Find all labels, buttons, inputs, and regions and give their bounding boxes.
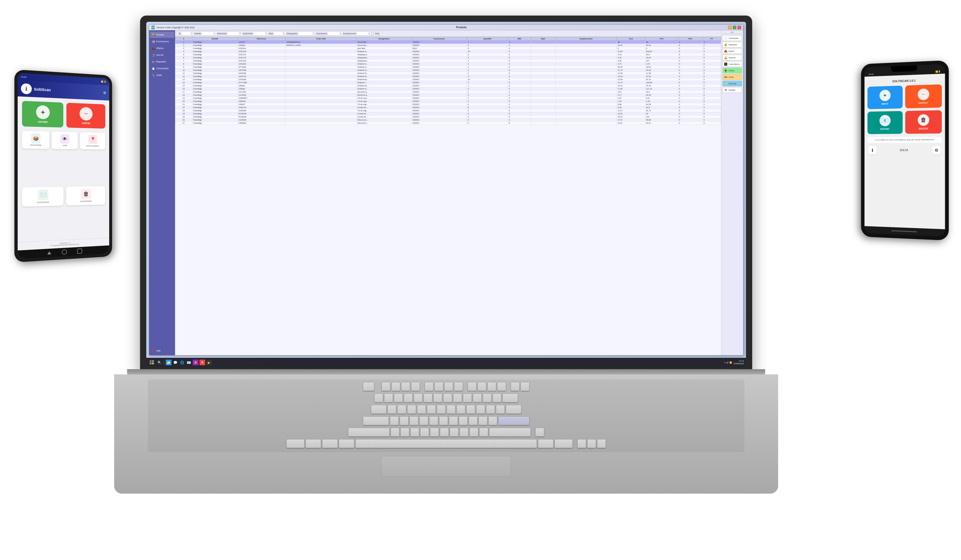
key-period[interactable] — [469, 428, 478, 436]
phone-recent-button[interactable] — [77, 249, 82, 254]
famille-input[interactable] — [202, 33, 213, 34]
key-5[interactable] — [424, 393, 432, 403]
key-alt-l[interactable] — [339, 439, 354, 448]
key-4[interactable] — [414, 393, 423, 403]
table-row[interactable]: 1Chauffage101a473435k8009P2ksEnsemble...… — [175, 41, 721, 44]
sidebar-item-produits[interactable]: 📦 Produits — [150, 32, 174, 38]
designation-input[interactable] — [299, 33, 312, 34]
key-rshift[interactable] — [489, 428, 531, 436]
total-checkbox[interactable] — [371, 32, 374, 35]
search-taskbar[interactable]: 🔍 — [157, 359, 162, 365]
key-q[interactable] — [387, 405, 396, 414]
key-c[interactable] — [410, 428, 419, 436]
iphone-input-button[interactable]: + INPUT — [867, 85, 903, 109]
table-row[interactable]: 15Chauffage1kkbkbRobinet ko...CEDEO1015.… — [175, 84, 721, 87]
key-f11[interactable] — [487, 382, 496, 391]
table-row[interactable]: 27Chauffage1383284Raccord d...CEDEO0044.… — [175, 122, 721, 125]
alarmes-button[interactable]: 🔔 Alarmes — [722, 55, 742, 60]
key-r[interactable] — [417, 405, 426, 414]
table-row[interactable]: 24ChauffageR145334Coude de ...CEDEO0010.… — [175, 112, 721, 116]
iphone-promo[interactable]: CLICK HERE TO VISIT OUR WEBSITE AND GET … — [867, 136, 942, 143]
sidebar-item-outils[interactable]: 🔧 Outils — [150, 72, 174, 78]
phone-location-button[interactable]: 📍 EMPLACEMENT — [80, 132, 105, 149]
key-2[interactable] — [394, 393, 403, 403]
key-8[interactable] — [453, 393, 462, 403]
key-f4[interactable] — [411, 382, 420, 391]
key-6[interactable] — [434, 393, 442, 403]
key-w[interactable] — [397, 405, 406, 414]
key-v[interactable] — [420, 428, 429, 436]
sidebar-item-fournisseurs[interactable]: 🏭 Fournisseurs — [150, 39, 174, 45]
table-row[interactable]: 12Chauffage1097312Robinet th...CEDEO3019… — [175, 75, 721, 78]
emplacement-input[interactable] — [357, 33, 368, 34]
key-i[interactable] — [456, 405, 465, 414]
phone-delete-button[interactable]: 🗑 SUPPRIMEE — [66, 186, 105, 205]
key-f[interactable] — [419, 416, 428, 425]
table-row[interactable]: 6Chauffage1037175Adaptopho...CEDEO305.15… — [175, 56, 721, 59]
phone-sortie-button[interactable]: − SORTIE — [66, 103, 105, 128]
table-row[interactable]: 17Chauffage1071333Bouchon p...CEDEO2014.… — [175, 90, 721, 94]
iphone-export-button[interactable]: 📧 EXPORT — [867, 111, 903, 134]
key-f6[interactable] — [434, 382, 443, 391]
key-u[interactable] — [447, 405, 455, 414]
phone-export-button[interactable]: 📨 EXPORTER — [22, 187, 64, 207]
table-row[interactable]: 22Chauffage1030719Coude de ...CEDEO805.2… — [175, 106, 721, 109]
phone-entree-button[interactable]: + ENTRÉE — [22, 101, 63, 128]
filter-ref2[interactable]: Ref2 — [267, 31, 283, 35]
iphone-info-icon[interactable]: ℹ — [868, 146, 876, 154]
key-minus[interactable] — [483, 393, 492, 403]
key-comma[interactable] — [460, 428, 468, 436]
key-win[interactable] — [322, 439, 338, 448]
key-prtsc[interactable] — [511, 382, 519, 391]
filter-famille[interactable]: Famille — [192, 31, 214, 35]
key-e[interactable] — [407, 405, 416, 414]
key-f1[interactable] — [382, 382, 391, 391]
key-f7[interactable] — [444, 382, 453, 391]
key-z[interactable] — [391, 428, 399, 436]
key-esc[interactable] — [363, 382, 374, 391]
table-row[interactable]: 14Chauffage3771-999Robinet f...CEDEO0011… — [175, 81, 721, 84]
table-row[interactable]: 21Chauffage189337Té de régi...CEDEO808.8… — [175, 103, 721, 106]
taskbar-icon-1[interactable]: 📁 — [166, 359, 172, 365]
table-row[interactable]: 2Chauffage1384005006VF11-43437Kit de dou… — [175, 44, 721, 47]
col-pla[interactable]: PLA — [617, 37, 645, 41]
col-mni[interactable]: MNI — [508, 37, 531, 41]
key-7[interactable] — [443, 393, 452, 403]
phone-view-button[interactable]: 👁 VOIR — [51, 132, 78, 149]
entree-button[interactable]: ➕ Entrée — [722, 68, 742, 73]
col-fournisseur[interactable]: Fournisseur — [411, 37, 467, 41]
sidebar-item-commandes[interactable]: 📋 Commandes — [150, 65, 174, 72]
filter-reference[interactable]: Reference — [215, 31, 239, 35]
key-backslash[interactable] — [506, 405, 521, 414]
table-row[interactable]: 10Chauffage1007380Robinet th...CEDEO2021… — [175, 69, 721, 72]
phone-back-button[interactable] — [47, 251, 51, 255]
commande-button[interactable]: 📄 Commande — [722, 35, 742, 41]
key-fn[interactable] — [305, 439, 321, 448]
maximize-button[interactable]: □ — [733, 26, 736, 29]
nouveau-button[interactable]: ✨ Nouveau — [722, 81, 742, 86]
col-mari[interactable]: Mari — [531, 37, 555, 41]
key-up[interactable] — [535, 428, 544, 436]
col-puv[interactable]: PUV — [678, 37, 703, 41]
col-emplacement[interactable]: Emplacement — [555, 37, 617, 41]
taskbar-icon-2[interactable]: 💬 — [172, 359, 178, 365]
key-m[interactable] — [450, 428, 459, 436]
key-l[interactable] — [469, 416, 477, 425]
key-backspace[interactable] — [502, 393, 518, 403]
key-0[interactable] — [473, 393, 482, 403]
key-left[interactable] — [577, 439, 586, 448]
key-caps[interactable] — [363, 416, 389, 425]
key-j[interactable] — [449, 416, 458, 425]
key-x[interactable] — [400, 428, 409, 436]
sidebar-item-etiquettes[interactable]: 🏷 Etiquettes — [150, 59, 174, 65]
table-row[interactable]: 23Chauffage1026349Té de régi...CEDEO0011… — [175, 109, 721, 112]
key-rbracket[interactable] — [496, 405, 505, 414]
key-b[interactable] — [430, 428, 439, 436]
code-ean-input[interactable] — [254, 33, 264, 34]
table-row[interactable]: 13Chauffage1033348Robinet kk...CEDEO1001… — [175, 78, 721, 81]
table-row[interactable]: 19Chauffage109899P7CM 8 cons...CEDEO101.… — [175, 97, 721, 100]
table-row[interactable]: 16Chauffage1900pkRobinet m...CEDEO3011.8… — [175, 87, 721, 90]
key-y[interactable] — [437, 405, 446, 414]
col-pt[interactable]: PT — [703, 37, 721, 41]
key-down[interactable] — [587, 439, 596, 448]
